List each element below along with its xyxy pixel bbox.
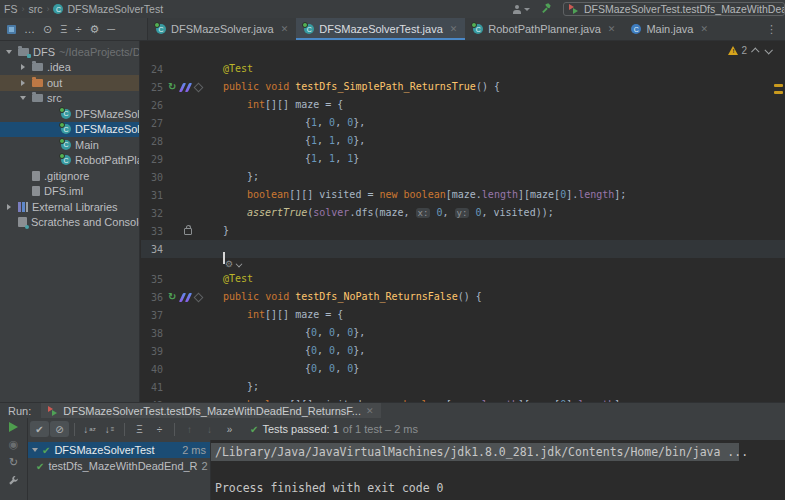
- collapse-all-icon[interactable]: Ξ: [60, 24, 67, 35]
- token-plain: ].: [566, 189, 578, 200]
- token-field: solver: [313, 207, 349, 218]
- title-bar: FS›src›DFSMazeSolverTest DFSMazeSolverTe…: [0, 0, 785, 19]
- split-icon[interactable]: ÷: [75, 24, 81, 35]
- breadcrumb[interactable]: FS›src›DFSMazeSolverTest: [0, 3, 163, 15]
- code-text: };: [209, 378, 785, 396]
- show-passed-icon[interactable]: ✔: [30, 421, 49, 437]
- code-line-24[interactable]: 24@Test: [141, 60, 785, 78]
- code-line-41[interactable]: 41};: [141, 378, 785, 396]
- coverage-icon[interactable]: [179, 83, 192, 92]
- editor-tab-dfsmazesolver-java[interactable]: DFSMazeSolver.java✕: [148, 18, 296, 40]
- tree-item-src[interactable]: src: [0, 91, 139, 107]
- test-settings-wrench-icon[interactable]: [8, 475, 19, 486]
- breadcrumb-item[interactable]: DFSMazeSolverTest: [67, 3, 163, 15]
- tree-item--idea[interactable]: .idea: [0, 60, 139, 76]
- user-profile-button[interactable]: [512, 5, 530, 14]
- console-line: [211, 461, 785, 479]
- library-icon: [18, 202, 28, 212]
- code-line-30[interactable]: 30};: [141, 168, 785, 186]
- tree-item-out[interactable]: out: [0, 75, 139, 91]
- scrollbar-warning-mark[interactable]: [774, 91, 783, 94]
- rerun-tests-icon[interactable]: [9, 421, 18, 432]
- code-line-26[interactable]: 26int[][] maze = {: [141, 96, 785, 114]
- code-line-25[interactable]: 25↻public void testDfs_SimplePath_Return…: [141, 78, 785, 96]
- code-line-31[interactable]: 31boolean[][] visited = new boolean[maze…: [141, 186, 785, 204]
- code-line-40[interactable]: 40{0, 0, 0}: [141, 360, 785, 378]
- test-tree-row[interactable]: DFSMazeSolverTest2 ms: [28, 442, 210, 458]
- sort-alphabetically-icon[interactable]: ↓az: [80, 421, 99, 437]
- build-project-button[interactable]: [540, 2, 553, 16]
- locate-icon[interactable]: ⊙: [43, 24, 52, 35]
- collapse-all-icon[interactable]: ÷: [150, 421, 169, 437]
- tree-item-robotpathplanner[interactable]: RobotPathPlanner: [0, 153, 139, 169]
- breadcrumb-separator: ›: [46, 4, 49, 14]
- code-line-37[interactable]: 37int[][] maze = {: [141, 306, 785, 324]
- chevron-down-icon[interactable]: [18, 96, 28, 100]
- sort-by-duration-icon[interactable]: ↓≡: [100, 421, 119, 437]
- more-icon[interactable]: …: [24, 24, 35, 35]
- editor-tab-robotpathplanner-java[interactable]: RobotPathPlanner.java✕: [465, 18, 623, 40]
- previous-problem-icon[interactable]: [751, 47, 759, 55]
- coverage-icon[interactable]: [179, 293, 192, 302]
- more-actions-icon[interactable]: »: [220, 421, 239, 437]
- run-panel-tab[interactable]: DFSMazeSolverTest.testDfs_MazeWithDeadEn…: [41, 403, 380, 419]
- test-tree-row[interactable]: testDfs_MazeWithDeadEnd_R2 ms: [28, 458, 210, 474]
- code-line-34[interactable]: 34: [141, 240, 785, 258]
- run-configuration-selector[interactable]: DFSMazeSolverTest.testDfs_MazeWithDeadEn…: [563, 2, 785, 16]
- class-icon: [156, 24, 166, 34]
- code-line-33[interactable]: 33}: [141, 222, 785, 240]
- console-line: Process finished with exit code 0: [211, 479, 785, 497]
- editor-tab-main-java[interactable]: Main.java✕: [623, 18, 716, 40]
- chevron-right-icon[interactable]: [4, 204, 14, 210]
- run-test-icon[interactable]: ↻: [168, 292, 176, 302]
- breadcrumb-item[interactable]: FS: [4, 3, 17, 15]
- editor-tab-dfsmazesolvertest-java[interactable]: DFSMazeSolverTest.java✕: [296, 18, 465, 40]
- run-test-icon[interactable]: ↻: [168, 82, 176, 92]
- intention-bulb-icon[interactable]: ⚙: [225, 259, 233, 269]
- tab-overflow-more-icon[interactable]: ⋮: [758, 18, 785, 40]
- code-line-28[interactable]: 28{1, 1, 0},: [141, 132, 785, 150]
- console-line: /Library/Java/JavaVirtualMachines/jdk1.8…: [211, 443, 739, 461]
- code-line-29[interactable]: 29{1, 1, 1}: [141, 150, 785, 168]
- tree-item-dfs-iml[interactable]: DFS.iml: [0, 184, 139, 200]
- breadcrumb-item[interactable]: src: [28, 3, 42, 15]
- tree-item-dfsmazesolver[interactable]: DFSMazeSolver: [0, 106, 139, 122]
- chevron-right-icon[interactable]: [18, 80, 28, 86]
- expand-all-icon[interactable]: Ξ: [130, 421, 149, 437]
- project-tool-window-icon[interactable]: [7, 20, 16, 38]
- scrollbar-warning-mark[interactable]: [774, 84, 783, 87]
- chevron-down-icon[interactable]: [32, 448, 38, 452]
- tree-item-scratches-and-consoles[interactable]: Scratches and Consoles: [0, 215, 139, 231]
- tree-item-dfsmazesolvertest[interactable]: DFSMazeSolverTest: [0, 122, 139, 138]
- code-line-27[interactable]: 27{1, 0, 0},: [141, 114, 785, 132]
- close-icon[interactable]: ✕: [281, 24, 289, 34]
- code-line-39[interactable]: 39{0, 0, 0},: [141, 342, 785, 360]
- code-line-35[interactable]: 35@Test: [141, 270, 785, 288]
- code-text: public void testDfs_NoPath_ReturnsFalse(…: [209, 288, 785, 306]
- toggle-auto-test-icon[interactable]: ↻: [9, 457, 18, 468]
- close-icon[interactable]: ✕: [700, 24, 708, 34]
- tree-item--gitignore[interactable]: .gitignore: [0, 168, 139, 184]
- run-console[interactable]: /Library/Java/JavaVirtualMachines/jdk1.8…: [211, 440, 785, 500]
- inspections-widget[interactable]: ! 2: [728, 45, 771, 56]
- code-editor[interactable]: 24@Test25↻public void testDfs_SimplePath…: [141, 41, 785, 402]
- tree-item-label: DFS: [33, 46, 55, 58]
- settings-icon[interactable]: ⚙: [89, 24, 99, 35]
- line-number: 38: [141, 328, 167, 339]
- close-icon[interactable]: ✕: [366, 406, 374, 416]
- chevron-down-icon[interactable]: [4, 50, 14, 54]
- toolbar-separator: [174, 423, 175, 436]
- close-icon[interactable]: ✕: [608, 24, 616, 34]
- code-line-36[interactable]: 36↻public void testDfs_NoPath_ReturnsFal…: [141, 288, 785, 306]
- tree-item-dfs[interactable]: DFS~/IdeaProjects/DFS: [0, 44, 139, 60]
- show-ignored-icon[interactable]: ⊘: [50, 421, 69, 437]
- tree-item-external-libraries[interactable]: External Libraries: [0, 199, 139, 215]
- token-meth: testDfs_NoPath_ReturnsFalse: [295, 291, 458, 302]
- hide-icon[interactable]: ─: [107, 24, 115, 35]
- test-runner-toolbar: ✔⊘↓az↓≡Ξ÷↑↓»Tests passed: 1of 1 test – 2…: [28, 418, 785, 440]
- code-line-32[interactable]: 32assertTrue(solver.dfs(maze, x: 0, y: 0…: [141, 204, 785, 222]
- tree-item-main[interactable]: Main: [0, 137, 139, 153]
- chevron-right-icon[interactable]: [18, 64, 28, 70]
- code-line-38[interactable]: 38{0, 0, 0},: [141, 324, 785, 342]
- close-icon[interactable]: ✕: [450, 24, 458, 34]
